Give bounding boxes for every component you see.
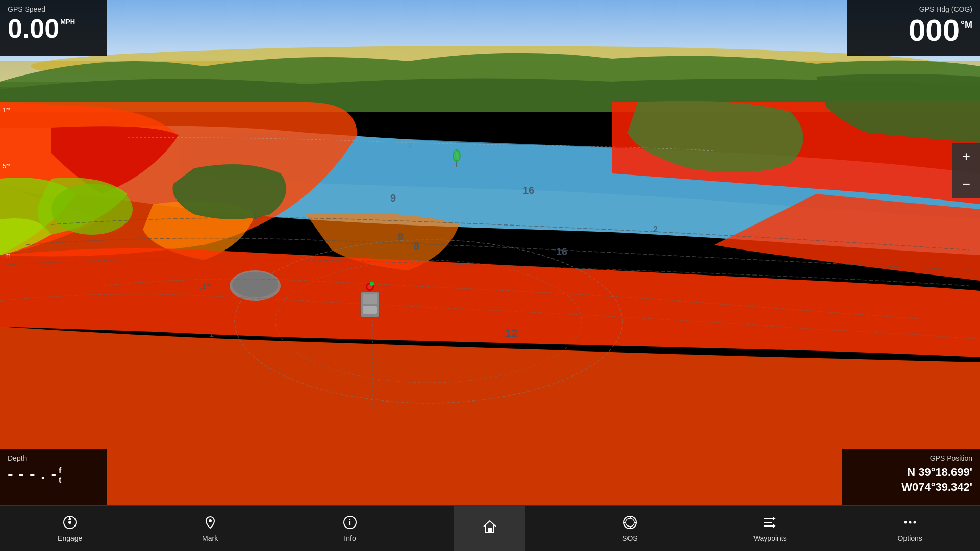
svg-rect-40 xyxy=(488,528,492,532)
svg-point-42 xyxy=(626,518,634,527)
nav-item-home[interactable] xyxy=(454,506,525,552)
zoom-out-button[interactable]: − xyxy=(952,170,980,198)
svg-text:8: 8 xyxy=(306,134,310,142)
svg-text:1ᵐ: 1ᵐ xyxy=(3,106,10,114)
nav-label-sos: SOS xyxy=(622,534,638,542)
nav-item-mark[interactable]: Mark xyxy=(174,506,246,552)
depth-units: f t xyxy=(59,466,61,485)
svg-text:2: 2 xyxy=(653,225,658,234)
svg-point-37 xyxy=(209,519,212,522)
nav-label-options: Options xyxy=(898,534,922,542)
svg-text:5ᵐ: 5ᵐ xyxy=(3,162,10,170)
navigation-bar: Engage Mark i Info xyxy=(0,505,980,551)
pin-icon xyxy=(203,515,218,532)
zoom-in-button[interactable]: + xyxy=(952,143,980,170)
nav-item-info[interactable]: i Info xyxy=(314,506,386,552)
svg-text:i: i xyxy=(349,518,351,527)
depth-widget: Depth - - - . - f t xyxy=(0,449,107,505)
nav-item-waypoints[interactable]: Waypoints xyxy=(734,506,806,552)
gps-position-lat: N 39°18.699' xyxy=(850,465,972,480)
svg-text:- m: - m xyxy=(1,252,11,259)
depth-title: Depth xyxy=(8,454,99,462)
gps-speed-value: 0.00 MPH xyxy=(8,15,99,42)
svg-text:.1ᵐ: .1ᵐ xyxy=(200,282,211,290)
svg-point-25 xyxy=(370,282,374,286)
zoom-controls[interactable]: + − xyxy=(952,143,980,198)
gps-position-lon: W074°39.342' xyxy=(850,480,972,495)
waypoints-icon xyxy=(762,515,777,532)
svg-point-34 xyxy=(68,521,71,524)
svg-text:16: 16 xyxy=(523,185,534,196)
svg-text:8: 8 xyxy=(413,240,419,253)
gps-speed-unit: MPH xyxy=(60,18,75,26)
nav-item-engage[interactable]: Engage xyxy=(34,506,106,552)
gps-heading-value: 000 °M xyxy=(855,15,972,46)
svg-text:12: 12 xyxy=(505,327,517,339)
nav-item-options[interactable]: Options xyxy=(874,506,946,552)
dots-icon xyxy=(902,515,918,532)
gps-speed-widget: GPS Speed 0.00 MPH xyxy=(0,0,107,56)
svg-text:8: 8 xyxy=(408,142,412,149)
svg-text:9: 9 xyxy=(390,192,396,204)
nav-label-mark: Mark xyxy=(202,534,218,542)
svg-point-54 xyxy=(904,521,907,523)
svg-text:8: 8 xyxy=(398,232,403,242)
gps-speed-title: GPS Speed xyxy=(8,5,99,13)
gps-heading-widget: GPS Hdg (COG) 000 °M xyxy=(847,0,980,56)
map-view[interactable]: 1 8 9 16 8 12 16 2 1 .1ᵐ 8 8 xyxy=(0,0,980,505)
svg-point-3 xyxy=(51,184,133,235)
home-icon xyxy=(482,519,497,536)
gps-position-title: GPS Position xyxy=(850,454,972,462)
gps-heading-title: GPS Hdg (COG) xyxy=(855,5,972,13)
svg-point-5 xyxy=(232,272,278,297)
depth-value: - - - . - f t xyxy=(8,464,99,485)
compass-icon xyxy=(62,515,78,532)
svg-text:1: 1 xyxy=(253,211,258,221)
nav-label-waypoints: Waypoints xyxy=(753,534,787,542)
svg-point-55 xyxy=(909,521,911,523)
gps-heading-unit: °M xyxy=(961,19,972,30)
svg-point-27 xyxy=(454,151,460,160)
gps-position-widget: GPS Position N 39°18.699' W074°39.342' xyxy=(842,449,980,505)
svg-rect-21 xyxy=(363,294,377,304)
svg-rect-22 xyxy=(363,306,377,314)
nav-label-info: Info xyxy=(344,534,356,542)
nav-label-engage: Engage xyxy=(58,534,82,542)
svg-point-56 xyxy=(913,521,916,523)
info-icon: i xyxy=(342,515,358,532)
svg-text:1: 1 xyxy=(209,330,214,338)
nav-item-sos[interactable]: SOS xyxy=(594,506,666,552)
svg-text:16: 16 xyxy=(556,246,567,257)
sos-icon xyxy=(622,515,638,532)
